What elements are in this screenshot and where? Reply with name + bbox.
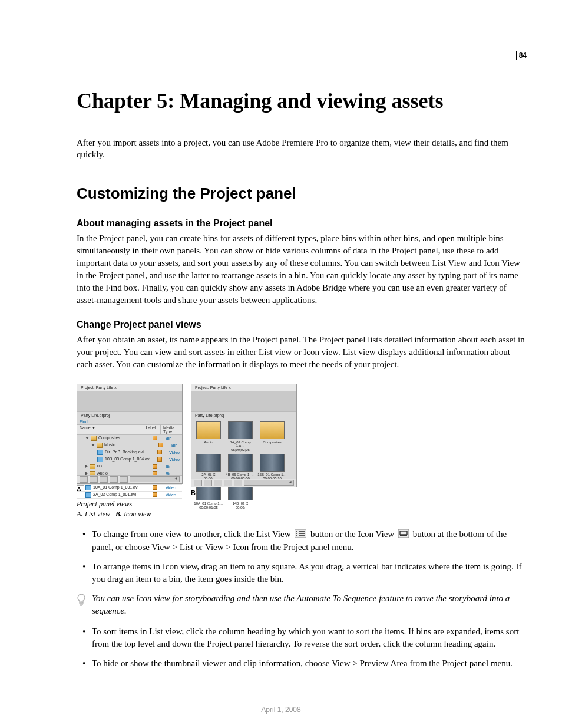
col-media-type: Media Type [161, 425, 182, 434]
panel-tab: Project: Party Life x [77, 384, 182, 391]
svg-point-10 [78, 594, 85, 601]
new-bin-icon [120, 476, 128, 483]
figure-panel-list-view: Project: Party Life x Party Life.prproj … [77, 384, 183, 484]
project-name: Party Life.prproj [191, 412, 296, 419]
col-label: Label [141, 425, 161, 434]
lightbulb-icon [77, 594, 86, 607]
icon-cell: Audio [194, 421, 223, 452]
find-label: Find: [77, 419, 182, 425]
svg-rect-3 [296, 535, 297, 536]
bullet-1-a: To change from one view to another, clic… [92, 529, 293, 539]
list-view-icon [194, 480, 202, 486]
list-row: 10A_01 Comp 1_001.aviVideo [77, 485, 182, 492]
page-number-text: 84 [516, 51, 527, 60]
scrollbar [244, 480, 294, 486]
icon-cell: 10A_01 Comp 1…00;00;01;05 [194, 483, 223, 509]
svg-rect-5 [299, 533, 305, 534]
svg-rect-6 [299, 535, 305, 536]
tip-text: You can use Icon view for storyboarding … [92, 594, 510, 615]
icon-cell: 15B_01 Comp 1…00;00;03;10 [257, 454, 287, 480]
project-name: Party Life.prproj [77, 412, 182, 419]
find-icon [224, 480, 232, 486]
figure-panel-b-wrap: Project: Party Life x Party Life.prproj … [191, 384, 297, 496]
icon-cell: 2A_06 C09;00; [194, 454, 223, 480]
list-row: MusicBin [77, 442, 182, 449]
key-b-value: Icon view [124, 510, 151, 518]
svg-rect-4 [299, 531, 305, 532]
icon-view-icon [204, 480, 212, 486]
list-row: 2A_03 Comp 1_001.aviVideo [77, 492, 182, 499]
bullet-1: To change from one view to another, clic… [77, 528, 527, 554]
subsection-heading-1: About managing assets in the Project pan… [77, 218, 527, 229]
list-view-button-icon [295, 529, 306, 541]
svg-rect-9 [400, 535, 407, 536]
subsection-body-2: After you obtain an asset, its name appe… [77, 334, 527, 371]
subsection-heading-2: Change Project panel views [77, 319, 527, 330]
find-icon [110, 476, 118, 483]
figure: Project: Party Life x Party Life.prproj … [77, 384, 527, 496]
figure-key: A. List view B. Icon view [77, 510, 527, 519]
chapter-title: Chapter 5: Managing and viewing assets [77, 88, 527, 113]
panel-footer [77, 475, 182, 483]
list-rows: CompositesBinMusicBinDir_PnB_Backing.avi… [77, 435, 182, 499]
figure-panel-a-wrap: Project: Party Life x Party Life.prproj … [77, 384, 183, 496]
figure-panel-icon-view: Project: Party Life x Party Life.prproj … [191, 384, 297, 487]
key-a-value: List view [85, 510, 110, 518]
svg-rect-2 [296, 533, 297, 534]
bullet-list: To change from one view to another, clic… [77, 528, 527, 585]
panel-footer [191, 479, 296, 487]
list-row: Dir_PnB_Backing.aviVideo [77, 449, 182, 456]
bullet-4: To hide or show the thumbnail viewer and… [77, 657, 527, 670]
list-view-icon [80, 476, 88, 483]
key-a-label: A. [77, 510, 83, 518]
section-heading: Customizing the Project panel [77, 185, 527, 203]
icon-cell: 4B_05 Comp 1_…00;00;02;00 [226, 454, 255, 480]
panel-preview-area [77, 391, 182, 412]
panel-preview-area [191, 391, 296, 412]
new-bin-icon [234, 480, 242, 486]
icon-view-button-icon [398, 529, 409, 541]
figure-caption: Project panel views [77, 500, 527, 509]
bullet-1-b: button or the Icon View [310, 529, 396, 539]
bullet-list-2: To sort items in List view, click the co… [77, 625, 527, 670]
icon-view-icon [90, 476, 98, 483]
subsection-body-1: In the Project panel, you can create bin… [77, 232, 527, 307]
bullet-2: To arrange items in Icon view, drag an i… [77, 561, 527, 585]
scrollbar [130, 476, 180, 482]
icon-cell: 1A_02 Comp 1.a…06;09;02;05 [226, 421, 255, 452]
list-row: 10B_03 Comp 1_004.aviVideo [77, 456, 182, 463]
bullet-3: To sort items in List view, click the co… [77, 625, 527, 650]
key-b-label: B. [115, 510, 122, 518]
page: 84 Chapter 5: Managing and viewing asset… [0, 0, 562, 728]
footer-date: April 1, 2008 [0, 706, 562, 714]
icon-grid: Audio1A_02 Comp 1.a…06;09;02;05Composite… [191, 419, 296, 512]
chapter-intro: After you import assets into a project, … [77, 137, 527, 161]
panel-tab: Project: Party Life x [191, 384, 296, 391]
col-name: Name ▼ [77, 425, 141, 434]
page-number: 84 [516, 50, 527, 60]
list-row: CompositesBin [77, 435, 182, 442]
svg-rect-1 [296, 531, 297, 532]
list-row: 03Bin [77, 463, 182, 470]
automate-icon [214, 480, 222, 486]
icon-cell: Composites [257, 421, 287, 452]
automate-icon [100, 476, 108, 483]
list-header: Name ▼ Label Media Type [77, 425, 182, 435]
tip: You can use Icon view for storyboarding … [77, 592, 527, 617]
icon-cell: 14B_03 C00;00; [226, 483, 255, 509]
